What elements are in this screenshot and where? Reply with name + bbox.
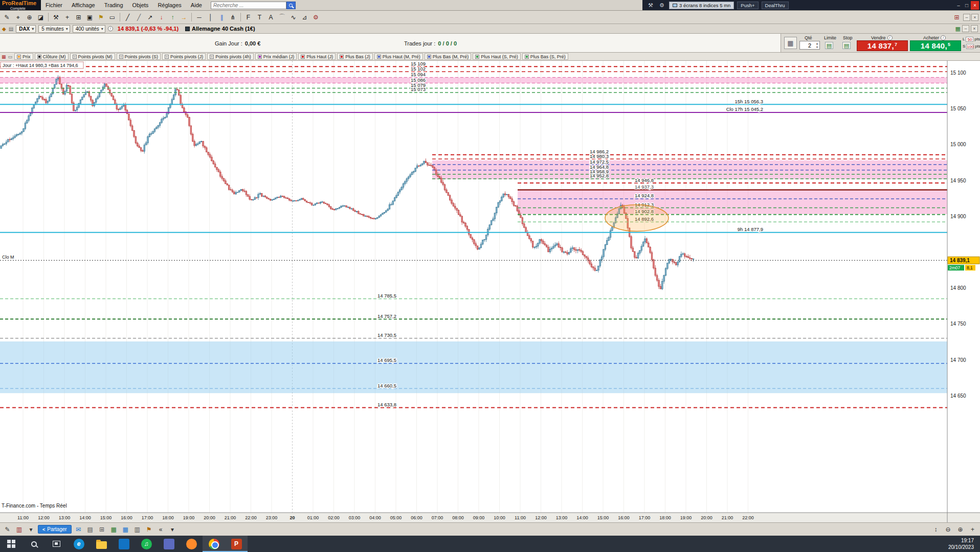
legend-item-plus-bas-s-pr-[interactable]: Plus Bas (S, Pré) — [522, 53, 568, 60]
minimize-icon[interactable]: – — [954, 1, 963, 10]
wrench-icon[interactable]: ⚒ — [647, 2, 655, 9]
units-dropdown[interactable]: 400 unités — [73, 25, 105, 33]
layout-icon[interactable]: ⊞ — [951, 12, 962, 22]
quantity-stepper[interactable]: ▲▼ — [815, 41, 819, 49]
settings-icon[interactable]: ⚙ — [310, 12, 321, 22]
legend-item-plus-haut-j-[interactable]: Plus Haut (J) — [298, 53, 336, 60]
info-icon[interactable] — [108, 26, 113, 31]
dealthru-button[interactable]: DealThru — [762, 2, 789, 9]
maximize-icon[interactable]: □ — [963, 1, 971, 10]
legend-item-cl-ture-m-[interactable]: Clôture (M) — [35, 53, 69, 60]
eraser-icon[interactable]: ◪ — [35, 12, 46, 22]
report-icon[interactable]: ▥ — [132, 524, 142, 534]
legend-item-plus-haut-s-pr-[interactable]: Plus Haut (S, Pré) — [473, 53, 521, 60]
order-keypad-icon[interactable]: ▦ — [784, 37, 797, 49]
triangle-icon[interactable]: ⊿ — [299, 12, 310, 22]
legend-item-plus-haut-m-pr-[interactable]: Plus Haut (M, Pré) — [374, 53, 423, 60]
chart-style-icon[interactable]: ▥ — [14, 524, 24, 534]
legend-item-points-pivots-j-[interactable]: Points pivots (J) — [162, 53, 206, 60]
arc-icon[interactable]: ⌒ — [277, 12, 287, 22]
legend-checkbox[interactable] — [37, 55, 41, 59]
menu-trading[interactable]: Trading — [100, 0, 128, 11]
workspace-button[interactable]: 3 écrans 8 indices 5 mn — [669, 2, 734, 9]
quotes-icon[interactable]: ▦ — [121, 524, 130, 534]
arrow-right-icon[interactable]: → — [179, 12, 189, 22]
chart-minimize-icon[interactable]: – — [963, 14, 970, 21]
legend-checkbox[interactable] — [17, 55, 21, 59]
flag-icon[interactable]: ⚑ — [144, 524, 154, 534]
instrument-star-icon[interactable]: ◆ — [2, 26, 6, 32]
search-button[interactable] — [286, 2, 296, 9]
panel-close-icon[interactable]: × — [971, 25, 978, 32]
legend-checkbox[interactable] — [73, 55, 77, 59]
text-icon[interactable]: T — [254, 12, 265, 22]
stop-offset-input[interactable]: 100 — [966, 44, 974, 49]
trendline-icon[interactable]: ╱ — [122, 12, 133, 22]
cursor-mode-icon[interactable]: + — [968, 524, 977, 534]
watchlist-icon[interactable]: ▦ — [109, 524, 119, 534]
price-chart[interactable]: 15 10915 10215 09415 08615 07915 07315h … — [0, 61, 980, 522]
instrument-list-icon[interactable]: ▤ — [9, 26, 13, 32]
legend-checkbox[interactable] — [210, 55, 214, 59]
buy-button[interactable]: 14 840,5 — [910, 40, 961, 51]
legend-checkbox[interactable] — [427, 55, 431, 59]
chrome-taskbar-button[interactable] — [203, 536, 225, 552]
legend-item-plus-bas-j-[interactable]: Plus Bas (J) — [337, 53, 373, 60]
add-indicator-icon[interactable]: ▦ — [2, 54, 6, 59]
task-view-button[interactable] — [45, 536, 68, 552]
fibonacci-icon[interactable]: F — [243, 12, 254, 22]
teams-taskbar-button[interactable] — [158, 536, 180, 552]
pencil-icon[interactable]: ✎ — [2, 12, 12, 22]
limit-offset-input[interactable]: 50 — [966, 37, 973, 42]
abc-label-icon[interactable]: A — [265, 12, 276, 22]
panel-minimize-icon[interactable]: – — [962, 25, 969, 32]
search-input[interactable] — [211, 2, 286, 9]
legend-item-points-pivots-s-[interactable]: Points pivots (S) — [117, 53, 161, 60]
legend-checkbox[interactable] — [165, 55, 169, 59]
powerpoint-taskbar-button[interactable]: P — [225, 536, 248, 552]
ray-icon[interactable]: ↗ — [145, 12, 155, 22]
instrument-dropdown[interactable]: DAX — [16, 25, 36, 33]
vertical-line-icon[interactable]: │ — [205, 12, 216, 22]
push-button[interactable]: Push+ — [737, 2, 758, 9]
menu-objets[interactable]: Objets — [128, 0, 153, 11]
legend-checkbox[interactable] — [301, 55, 305, 59]
segment-icon[interactable]: ╱ — [133, 12, 144, 22]
share-button[interactable]: Partager — [38, 525, 72, 534]
fit-height-icon[interactable]: ↕ — [931, 524, 941, 534]
notes-icon[interactable]: ▤ — [85, 524, 95, 534]
taskbar-search-button[interactable] — [23, 536, 45, 552]
spotify-taskbar-button[interactable]: ♫ — [135, 536, 158, 552]
legend-checkbox[interactable] — [475, 55, 479, 59]
horizontal-line-icon[interactable]: ─ — [194, 12, 205, 22]
collapse-icon[interactable]: « — [156, 524, 166, 534]
menu-fichier[interactable]: Fichier — [41, 0, 67, 11]
menu-affichage[interactable]: Affichage — [67, 0, 100, 11]
duplicate-icon[interactable]: ⊞ — [73, 12, 84, 22]
explorer-taskbar-button[interactable] — [90, 536, 113, 552]
zigzag-icon[interactable]: ∿ — [288, 12, 299, 22]
channel-icon[interactable]: ∥ — [216, 12, 227, 22]
buy-info-icon[interactable] — [941, 35, 946, 40]
legend-checkbox[interactable] — [258, 55, 262, 59]
legend-item-points-pivots-m-[interactable]: Points pivots (M) — [70, 53, 115, 60]
edge-taskbar-button[interactable]: e — [68, 536, 90, 552]
firefox-taskbar-button[interactable] — [180, 536, 203, 552]
legend-checkbox[interactable] — [525, 55, 529, 59]
snapshot-icon[interactable]: ▣ — [84, 12, 95, 22]
legend-item-prix[interactable]: Prix — [14, 53, 33, 60]
price-display-icon[interactable]: ▭ — [8, 54, 13, 59]
zoom-in-icon[interactable]: ⊕ — [955, 524, 965, 534]
move-icon[interactable]: + — [62, 12, 73, 22]
highlight-ellipse[interactable] — [605, 205, 669, 232]
more-caret-icon[interactable]: ▾ — [168, 524, 177, 534]
messages-icon[interactable]: ✉ — [74, 524, 83, 534]
legend-checkbox[interactable] — [377, 55, 381, 59]
zoom-tool-icon[interactable]: ⊕ — [24, 12, 35, 22]
legend-item-points-pivots-4h-[interactable]: Points pivots (4h) — [207, 53, 254, 60]
chart-close-icon[interactable]: × — [971, 14, 978, 21]
store-taskbar-button[interactable] — [113, 536, 135, 552]
taskbar-clock[interactable]: 19:17 20/10/2023 — [943, 536, 980, 552]
draw-tools-icon[interactable]: ✎ — [3, 524, 12, 534]
pitchfork-icon[interactable]: ⋔ — [228, 12, 238, 22]
